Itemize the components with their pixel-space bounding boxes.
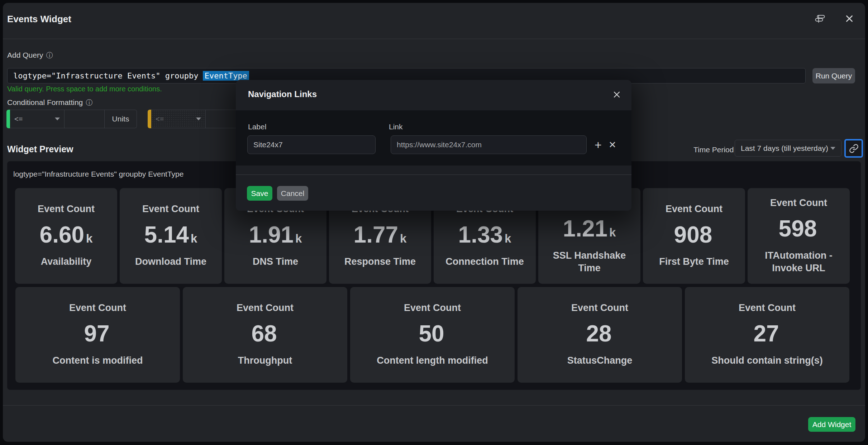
link-field-label: Link xyxy=(389,123,403,131)
modal-header: Navigation Links xyxy=(236,80,631,110)
query-highlight: EventType xyxy=(203,71,249,81)
layout-signpost-icon[interactable] xyxy=(814,12,826,25)
cancel-button[interactable]: Cancel xyxy=(277,186,308,201)
chevron-down-icon xyxy=(55,118,60,120)
preview-query-caption: logtype="Infrastructure Events" groupby … xyxy=(13,170,183,178)
footer-divider xyxy=(3,405,865,406)
modal-body: Label Link Site24x7 https://www.site24x7… xyxy=(236,110,631,166)
cf-group-1: <= Units xyxy=(6,110,137,128)
page-title: Events Widget xyxy=(7,14,71,25)
add-link-row-icon[interactable]: + xyxy=(592,138,605,151)
query-valid-message: Valid query. Press space to add more con… xyxy=(7,85,162,93)
info-icon[interactable]: ⓘ xyxy=(46,52,53,59)
chevron-down-icon xyxy=(830,147,835,150)
widget-preview-title: Widget Preview xyxy=(7,144,73,154)
cards-row-2: Event Count 97 Content is modified Event… xyxy=(15,287,849,383)
info-icon[interactable]: ⓘ xyxy=(86,99,92,106)
event-count-card: Event Count 6.60k Availability xyxy=(15,188,117,284)
event-count-card: Event Count 68 Throughput xyxy=(183,287,347,383)
modal-footer: Save Cancel xyxy=(236,175,631,211)
cf-units-label: Units xyxy=(105,110,137,128)
event-count-card: Event Count 28 StatusChange xyxy=(518,287,682,383)
link-input[interactable]: https://www.site24x7.com xyxy=(391,135,587,154)
modal-title: Navigation Links xyxy=(248,89,317,99)
event-count-card: Event Count 908 First Byte Time xyxy=(643,188,745,284)
run-query-button[interactable]: Run Query xyxy=(812,68,855,83)
event-count-card: Event Count 50 Content length modified xyxy=(350,287,515,383)
event-count-card: Event Count 27 Should contain string(s) xyxy=(685,287,849,383)
navigation-links-button[interactable] xyxy=(844,139,863,158)
event-count-card: Event Count 5.14k Download Time xyxy=(120,188,222,284)
remove-link-row-icon[interactable]: ✕ xyxy=(606,138,619,151)
event-count-card: Event Count 598 ITAutomation - Invoke UR… xyxy=(748,188,850,284)
label-input[interactable]: Site24x7 xyxy=(247,135,376,154)
events-widget-dialog: Events Widget Add Query ⓘ logtype="Infra… xyxy=(3,3,865,442)
cf-color-bar-yellow xyxy=(148,110,151,128)
add-query-label: Add Query ⓘ xyxy=(7,51,53,59)
navigation-links-modal: Navigation Links Label Link Site24x7 htt… xyxy=(236,80,631,211)
cf-operator-select[interactable]: <= xyxy=(10,110,65,128)
link-icon xyxy=(849,144,859,153)
save-button[interactable]: Save xyxy=(247,186,272,201)
add-widget-button[interactable]: Add Widget xyxy=(808,417,855,432)
time-period-select[interactable]: Last 7 days (till yesterday) xyxy=(735,140,841,157)
close-icon[interactable] xyxy=(843,12,856,25)
query-text: logtype="Infrastructure Events" groupby xyxy=(13,71,199,80)
modal-close-icon[interactable] xyxy=(611,88,623,101)
cf-operator-select[interactable]: <= xyxy=(151,110,206,128)
label-field-label: Label xyxy=(248,123,266,131)
modal-strip xyxy=(236,166,631,174)
time-period-label: Time Period xyxy=(693,145,734,154)
event-count-card: Event Count 97 Content is modified xyxy=(15,287,180,383)
chevron-down-icon xyxy=(196,118,201,120)
cf-value-input[interactable] xyxy=(65,110,105,128)
cf-color-bar-green xyxy=(6,110,10,128)
conditional-formatting-label: Conditional Formatting ⓘ xyxy=(7,98,92,107)
header-divider xyxy=(3,39,865,39)
